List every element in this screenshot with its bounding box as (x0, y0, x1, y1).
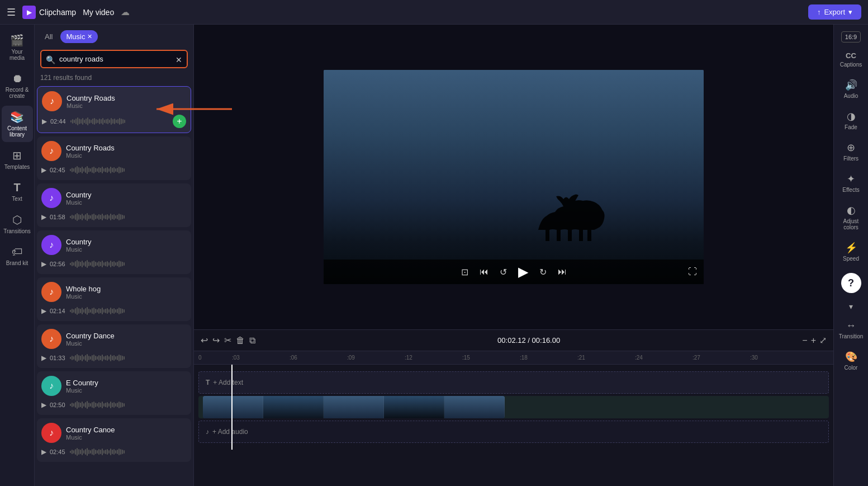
skip-forward-button[interactable]: ⏭ (558, 267, 567, 277)
play-button-1[interactable]: ▶ (42, 117, 47, 125)
forward-button[interactable]: ↻ (539, 267, 547, 277)
play-button-7[interactable]: ▶ (41, 401, 46, 409)
skip-back-button[interactable]: ⏮ (480, 267, 488, 277)
right-tool-transition[interactable]: ↔ Transition (836, 315, 867, 344)
music-thumb-8: ♪ (41, 423, 61, 443)
add-to-timeline-button-1[interactable]: + (173, 115, 186, 128)
add-audio-label[interactable]: ♪ + Add audio (199, 428, 255, 436)
music-thumb-3: ♪ (41, 188, 61, 208)
music-list: ♪Country RoadsMusic▶02:44+♪Country Roads… (35, 86, 193, 486)
clip-thumb-4 (384, 396, 444, 418)
video-clip[interactable] (203, 396, 505, 418)
music-info-2: Country RoadsMusic (66, 144, 187, 159)
music-item-4[interactable]: ♪CountryMusic▶02:56 (37, 230, 191, 274)
help-button[interactable]: ? (841, 273, 861, 293)
add-text-label[interactable]: T + Add text (199, 379, 250, 386)
play-pause-button[interactable]: ▶ (518, 264, 528, 280)
tab-music-close-icon[interactable]: ✕ (87, 33, 92, 40)
tab-all[interactable]: All (40, 30, 57, 43)
right-tool-fade[interactable]: ◑ Fade (836, 106, 867, 135)
music-info-1: Country RoadsMusic (67, 94, 186, 109)
music-controls-4: ▶02:56 (41, 258, 187, 270)
text-track-icon: T (206, 379, 210, 386)
music-item-header-5: ♪Whole hogMusic (41, 282, 187, 302)
music-duration-4: 02:56 (50, 261, 67, 267)
right-tool-filters[interactable]: ⊕ Filters (836, 137, 867, 166)
right-tool-color[interactable]: 🎨 Color (836, 346, 867, 375)
sidebar-item-brand-kit[interactable]: 🏷 Brand kit (2, 241, 33, 271)
export-button[interactable]: ↑ Export ▾ (808, 4, 861, 20)
timeline-playhead[interactable] (231, 365, 233, 450)
undo-button[interactable]: ↩ (201, 335, 208, 346)
music-controls-2: ▶02:45 (41, 164, 187, 176)
sidebar-item-transitions[interactable]: ⬡ Transitions (2, 209, 33, 239)
waveform-7 (70, 399, 187, 410)
sidebar-item-templates[interactable]: ⊞ Templates (2, 144, 33, 174)
search-clear-button[interactable]: ✕ (176, 55, 182, 64)
rewind-button[interactable]: ↺ (500, 267, 507, 277)
aspect-ratio-button[interactable]: 16:9 (841, 31, 861, 43)
left-sidebar: 🎬 Your media ⏺ Record & create 📚 Content… (0, 25, 35, 486)
video-captions-toggle[interactable]: ⊡ (461, 267, 468, 277)
music-item-header-7: ♪E CountryMusic (41, 376, 187, 396)
play-button-6[interactable]: ▶ (41, 354, 46, 362)
copy-button[interactable]: ⧉ (249, 336, 255, 346)
music-info-5: Whole hogMusic (66, 285, 187, 300)
redo-button[interactable]: ↪ (212, 335, 220, 346)
sidebar-item-content-library[interactable]: 📚 Content library (2, 106, 33, 142)
delete-button[interactable]: 🗑 (236, 336, 245, 346)
video-title[interactable]: My video (83, 8, 114, 17)
results-count: 121 results found (35, 73, 193, 86)
music-item-2[interactable]: ♪Country RoadsMusic▶02:45 (37, 136, 191, 180)
music-duration-1: 02:44 (50, 118, 67, 125)
sidebar-item-text[interactable]: T Text (2, 177, 33, 206)
search-input[interactable] (40, 50, 188, 68)
clip-thumb-1 (203, 396, 263, 418)
right-tool-speed[interactable]: ⚡ Speed (836, 237, 867, 266)
text-track: T + Add text (198, 371, 829, 394)
center-area: ⊡ ⏮ ↺ ▶ ↻ ⏭ ⛶ ↩ ↪ ✂ 🗑 ⧉ 00:02.12 (194, 25, 833, 486)
record-create-icon: ⏺ (12, 72, 23, 85)
collapse-right-sidebar-button[interactable]: ▾ (849, 302, 853, 311)
music-item-3[interactable]: ♪CountryMusic▶01:58 (37, 183, 191, 227)
captions-icon: CC (846, 51, 856, 60)
right-tool-effects[interactable]: ✦ Effects (836, 168, 867, 197)
fullscreen-button[interactable]: ⛶ (688, 267, 697, 277)
adjust-colors-icon: ◐ (847, 204, 856, 216)
right-tool-captions[interactable]: CC Captions (836, 47, 867, 72)
right-tool-audio[interactable]: 🔊 Audio (836, 74, 867, 103)
play-button-2[interactable]: ▶ (41, 166, 46, 174)
zoom-in-button[interactable]: + (811, 336, 816, 346)
play-button-5[interactable]: ▶ (41, 307, 46, 315)
ruler-mark-7: :21 (577, 355, 635, 361)
play-button-4[interactable]: ▶ (41, 260, 46, 268)
music-thumb-6: ♪ (41, 329, 61, 349)
main-layout: 🎬 Your media ⏺ Record & create 📚 Content… (0, 25, 868, 486)
play-button-3[interactable]: ▶ (41, 213, 46, 221)
play-button-8[interactable]: ▶ (41, 448, 46, 456)
music-item-header-4: ♪CountryMusic (41, 235, 187, 255)
music-controls-6: ▶01:33 (41, 352, 187, 364)
sidebar-item-record-create[interactable]: ⏺ Record & create (2, 68, 33, 103)
music-name-5: Whole hog (66, 285, 187, 293)
zoom-out-button[interactable]: − (802, 336, 807, 346)
music-item-5[interactable]: ♪Whole hogMusic▶02:14 (37, 277, 191, 321)
your-media-icon: 🎬 (10, 34, 24, 47)
ruler-mark-4: :12 (405, 355, 462, 361)
right-tool-adjust-colors[interactable]: ◐ Adjust colors (836, 200, 867, 235)
app-logo: ▶ Clipchamp (22, 6, 76, 19)
search-icon: 🔍 (46, 55, 55, 64)
music-item-8[interactable]: ♪Country CanoeMusic▶02:45 (37, 418, 191, 462)
sidebar-item-your-media[interactable]: 🎬 Your media (2, 29, 33, 65)
music-item-7[interactable]: ♪E CountryMusic▶02:50 (37, 371, 191, 415)
music-thumb-7: ♪ (41, 376, 61, 396)
fit-timeline-button[interactable]: ⤢ (819, 335, 827, 346)
music-item-1[interactable]: ♪Country RoadsMusic▶02:44+ (37, 86, 191, 133)
ruler-mark-6: :18 (520, 355, 577, 361)
waveform-5 (70, 305, 187, 317)
cut-button[interactable]: ✂ (224, 335, 231, 346)
music-category-7: Music (66, 387, 187, 394)
tab-music[interactable]: Music ✕ (60, 30, 98, 43)
music-item-6[interactable]: ♪Country DanceMusic▶01:33 (37, 324, 191, 368)
hamburger-menu-icon[interactable]: ☰ (7, 6, 16, 18)
